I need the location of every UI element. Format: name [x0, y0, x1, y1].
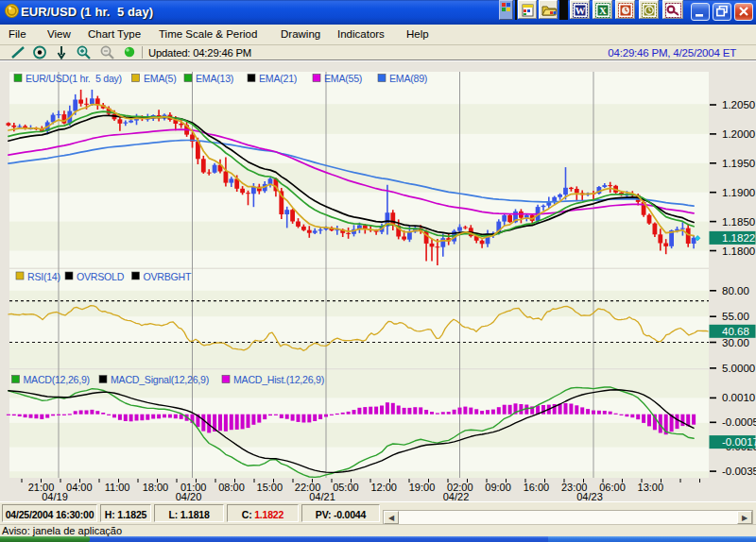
svg-text:RSI(14): RSI(14): [27, 271, 60, 282]
svg-text:19:00: 19:00: [409, 482, 436, 493]
svg-text:1.1850: 1.1850: [722, 216, 755, 228]
svg-text:0.0010: 0.0010: [722, 392, 755, 403]
svg-text:80.00: 80.00: [722, 285, 749, 296]
svg-text:1.1900: 1.1900: [722, 187, 755, 198]
svg-text:06:00: 06:00: [599, 482, 626, 493]
svg-text:1.2000: 1.2000: [722, 128, 755, 140]
svg-text:1.1822: 1.1822: [722, 232, 755, 244]
svg-text:EUR/USD(1 hr. 5 day): EUR/USD(1 hr. 5 day): [26, 73, 122, 84]
svg-text:EMA(55): EMA(55): [324, 73, 362, 84]
svg-text:04:00: 04:00: [66, 482, 93, 493]
svg-text:W: W: [576, 5, 586, 16]
svg-text:11:00: 11:00: [105, 482, 130, 493]
svg-text:1.1950: 1.1950: [722, 158, 755, 169]
svg-text:EMA(5): EMA(5): [144, 73, 176, 84]
svg-text:EMA(13): EMA(13): [196, 73, 233, 84]
svg-text:18:00: 18:00: [143, 482, 169, 493]
svg-text:30.00: 30.00: [722, 337, 749, 348]
svg-text:40.68: 40.68: [722, 326, 749, 337]
svg-text:04/20: 04/20: [176, 491, 202, 502]
svg-text:-0.0017: -0.0017: [722, 436, 756, 448]
svg-text:-0.0035: -0.0035: [722, 466, 756, 477]
svg-text:MACD_Hist.(12,26,9): MACD_Hist.(12,26,9): [233, 374, 324, 385]
svg-text:55.00: 55.00: [722, 311, 749, 322]
svg-text:04/21: 04/21: [309, 491, 335, 502]
svg-text:09:00: 09:00: [485, 482, 511, 493]
svg-text:OVRSOLD: OVRSOLD: [77, 271, 125, 282]
svg-text:15:00: 15:00: [257, 482, 284, 493]
svg-text:1.2050: 1.2050: [722, 99, 755, 110]
svg-text:16:00: 16:00: [524, 482, 550, 493]
svg-text:13:00: 13:00: [638, 482, 664, 493]
svg-text:04/23: 04/23: [576, 491, 603, 502]
svg-text:MACD_Signal(12,26,9): MACD_Signal(12,26,9): [111, 374, 209, 385]
svg-text:EMA(89): EMA(89): [389, 73, 427, 84]
svg-text:OVRBGHT: OVRBGHT: [144, 271, 192, 282]
svg-text:04/19: 04/19: [42, 491, 68, 502]
svg-text:MACD(12,26,9): MACD(12,26,9): [24, 374, 90, 385]
svg-text:-0.0005: -0.0005: [722, 416, 756, 428]
svg-text:5.0000: 5.0000: [722, 363, 755, 374]
svg-text:12:00: 12:00: [370, 482, 397, 493]
svg-text:EMA(21): EMA(21): [259, 73, 297, 84]
svg-text:08:00: 08:00: [218, 482, 245, 493]
svg-text:05:00: 05:00: [333, 482, 359, 493]
svg-text:04/22: 04/22: [443, 491, 470, 502]
svg-text:X: X: [599, 5, 607, 16]
svg-text:1.1800: 1.1800: [722, 246, 755, 257]
